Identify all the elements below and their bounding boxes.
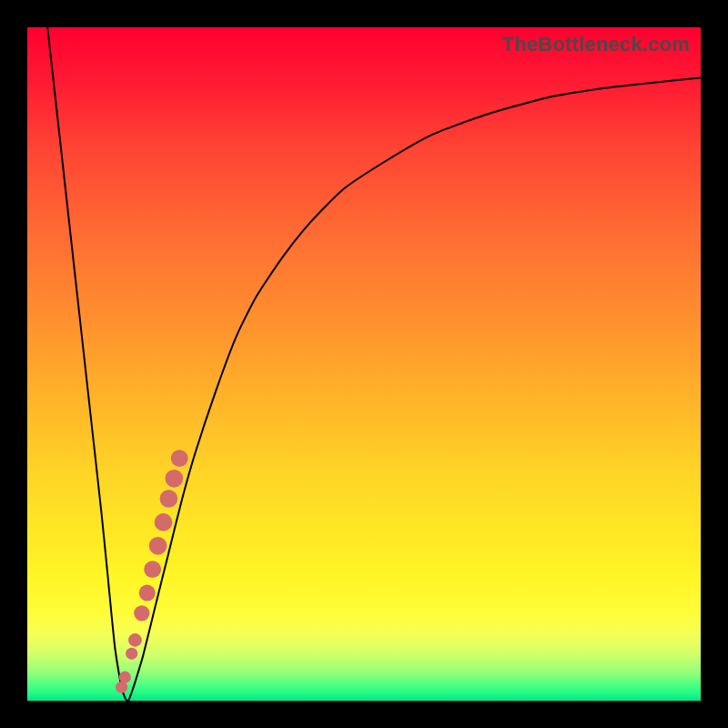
markers-group xyxy=(116,450,188,693)
plot-area: TheBottleneck.com xyxy=(27,27,701,701)
data-marker xyxy=(149,537,167,555)
data-marker xyxy=(134,605,149,621)
data-marker xyxy=(155,513,173,531)
data-marker xyxy=(160,490,178,508)
data-marker xyxy=(126,648,137,660)
data-marker xyxy=(144,561,161,578)
curve-layer xyxy=(27,27,701,701)
chart-frame: TheBottleneck.com xyxy=(0,0,728,728)
data-marker xyxy=(171,450,188,467)
data-marker xyxy=(139,585,156,602)
data-marker xyxy=(128,633,142,647)
data-marker xyxy=(165,470,183,488)
data-marker xyxy=(119,672,131,683)
